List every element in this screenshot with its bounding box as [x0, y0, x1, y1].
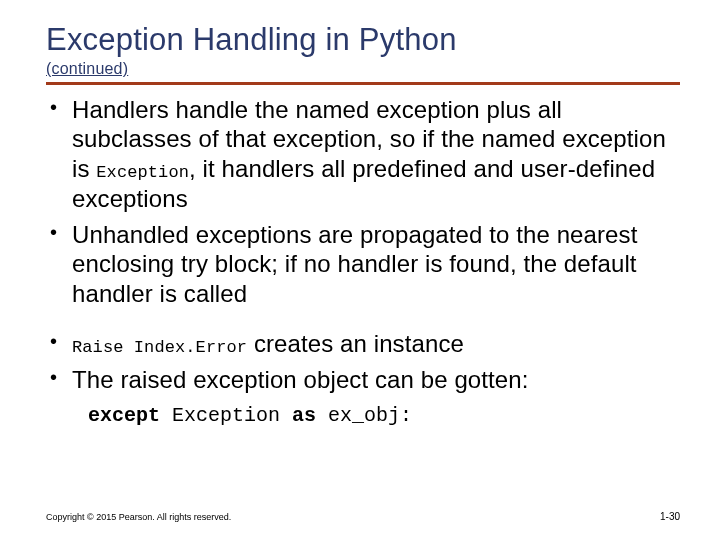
title-rule — [46, 82, 680, 85]
bullet-text: The raised exception object can be gotte… — [72, 366, 529, 393]
code-line: except Exception as ex_obj: — [88, 404, 680, 427]
slide: Exception Handling in Python (continued)… — [0, 0, 720, 427]
page-number: 1-30 — [660, 511, 680, 522]
slide-title: Exception Handling in Python — [46, 22, 680, 58]
inline-code: Raise Index.Error — [72, 338, 247, 357]
bullet-item: The raised exception object can be gotte… — [46, 365, 676, 395]
spacer — [46, 315, 680, 329]
code-text: Exception — [160, 404, 292, 427]
inline-code: Exception — [96, 163, 189, 182]
bullet-item: Unhandled exceptions are propagated to t… — [46, 220, 676, 309]
code-keyword: except — [88, 404, 160, 427]
slide-subtitle: (continued) — [46, 60, 680, 78]
bullet-list: Handlers handle the named exception plus… — [46, 95, 680, 309]
bullet-list: Raise Index.Error creates an instance Th… — [46, 329, 680, 395]
bullet-item: Handlers handle the named exception plus… — [46, 95, 676, 214]
code-text: ex_obj: — [316, 404, 412, 427]
bullet-text: Unhandled exceptions are propagated to t… — [72, 221, 637, 308]
code-keyword: as — [292, 404, 316, 427]
bullet-text: creates an instance — [247, 330, 464, 357]
bullet-item: Raise Index.Error creates an instance — [46, 329, 676, 359]
copyright-footer: Copyright © 2015 Pearson. All rights res… — [46, 512, 231, 522]
